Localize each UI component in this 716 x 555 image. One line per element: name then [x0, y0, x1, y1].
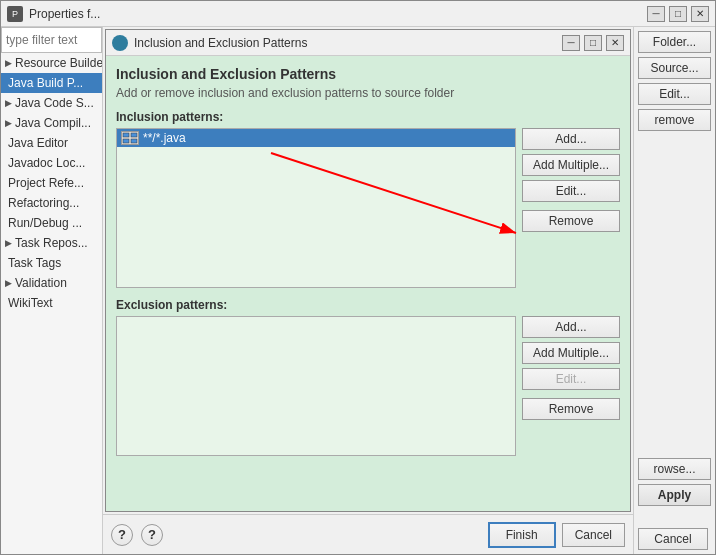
- outer-title-text: Properties f...: [29, 7, 647, 21]
- sidebar-item-label: WikiText: [8, 296, 53, 310]
- inner-close-btn[interactable]: ✕: [606, 35, 624, 51]
- inclusion-remove-btn[interactable]: Remove: [522, 210, 620, 232]
- sidebar-item-label: Task Tags: [8, 256, 61, 270]
- exclusion-remove-btn[interactable]: Remove: [522, 398, 620, 420]
- sidebar-item-java-build[interactable]: Java Build P...: [1, 73, 102, 93]
- inclusion-section: **/*.java Add... Add Multiple... Edit...…: [116, 128, 620, 288]
- sidebar-item-java-compiler[interactable]: ▶ Java Compil...: [1, 113, 102, 133]
- exclusion-pattern-buttons: Add... Add Multiple... Edit... Remove: [522, 316, 620, 456]
- sidebar-item-run-debug[interactable]: Run/Debug ...: [1, 213, 102, 233]
- inclusion-edit-btn[interactable]: Edit...: [522, 180, 620, 202]
- outer-titlebar: P Properties f... ─ □ ✕: [1, 1, 715, 27]
- svg-rect-1: [123, 139, 129, 143]
- sidebar-item-label: Java Build P...: [8, 76, 83, 90]
- expand-arrow: ▶: [5, 278, 12, 288]
- sidebar-item-label: Run/Debug ...: [8, 216, 82, 230]
- pattern-value: **/*.java: [143, 131, 186, 145]
- sidebar: ▶ Resource Builders Java Build P... ▶ Ja…: [1, 27, 103, 554]
- sidebar-item-label: Resource Builders: [15, 56, 102, 70]
- exclusion-add-btn[interactable]: Add...: [522, 316, 620, 338]
- dialog-main: Inclusion and Exclusion Patterns Add or …: [106, 56, 630, 511]
- bottom-left: ? ?: [111, 524, 163, 546]
- exclusion-edit-btn[interactable]: Edit...: [522, 368, 620, 390]
- pattern-icon: [121, 131, 139, 145]
- sidebar-item-wikitext[interactable]: WikiText: [1, 293, 102, 313]
- inclusion-pattern-item[interactable]: **/*.java: [117, 129, 515, 147]
- sidebar-item-label: Project Refe...: [8, 176, 84, 190]
- sidebar-item-label: Java Editor: [8, 136, 68, 150]
- inclusion-pattern-buttons: Add... Add Multiple... Edit... Remove: [522, 128, 620, 288]
- sidebar-item-project-ref[interactable]: Project Refe...: [1, 173, 102, 193]
- svg-rect-3: [131, 139, 137, 143]
- inclusion-add-multiple-btn[interactable]: Add Multiple...: [522, 154, 620, 176]
- sidebar-item-label: Task Repos...: [15, 236, 88, 250]
- sidebar-item-refactoring[interactable]: Refactoring...: [1, 193, 102, 213]
- finish-btn[interactable]: Finish: [488, 522, 556, 548]
- folder-btn[interactable]: Folder...: [638, 31, 711, 53]
- outer-title-icon: P: [7, 6, 23, 22]
- exclusion-add-multiple-btn[interactable]: Add Multiple...: [522, 342, 620, 364]
- expand-arrow: ▶: [5, 58, 12, 68]
- help-btn-2[interactable]: ?: [141, 524, 163, 546]
- inner-body: Inclusion and Exclusion Patterns Add or …: [106, 56, 630, 511]
- exclusion-section-label: Exclusion patterns:: [116, 298, 620, 312]
- inner-title-icon: [112, 35, 128, 51]
- dialog-title: Inclusion and Exclusion Patterns: [116, 66, 620, 82]
- bottom-bar: ? ? Finish Cancel: [103, 514, 633, 554]
- expand-arrow: ▶: [5, 98, 12, 108]
- sidebar-list: ▶ Resource Builders Java Build P... ▶ Ja…: [1, 53, 102, 554]
- expand-arrow: ▶: [5, 118, 12, 128]
- filter-input[interactable]: [1, 27, 102, 53]
- sidebar-item-task-repos[interactable]: ▶ Task Repos...: [1, 233, 102, 253]
- bottom-right: Finish Cancel: [488, 522, 625, 548]
- outer-right-panel: Folder... Source... Edit... remove rowse…: [633, 27, 715, 554]
- center-area: Inclusion and Exclusion Patterns ─ □ ✕ I…: [103, 27, 633, 554]
- cancel-btn[interactable]: Cancel: [562, 523, 625, 547]
- inner-win-controls: ─ □ ✕: [562, 35, 624, 51]
- inclusion-pattern-list[interactable]: **/*.java: [116, 128, 516, 288]
- sidebar-item-resource-builders[interactable]: ▶ Resource Builders: [1, 53, 102, 73]
- source-btn[interactable]: Source...: [638, 57, 711, 79]
- expand-arrow: ▶: [5, 238, 12, 248]
- inclusion-add-btn[interactable]: Add...: [522, 128, 620, 150]
- sidebar-item-label: Java Code S...: [15, 96, 94, 110]
- help-btn-1[interactable]: ?: [111, 524, 133, 546]
- sidebar-item-validation[interactable]: ▶ Validation: [1, 273, 102, 293]
- sidebar-item-label: Javadoc Loc...: [8, 156, 85, 170]
- exclusion-pattern-list[interactable]: [116, 316, 516, 456]
- sidebar-item-task-tags[interactable]: Task Tags: [1, 253, 102, 273]
- outer-edit-btn[interactable]: Edit...: [638, 83, 711, 105]
- outer-remove-btn[interactable]: remove: [638, 109, 711, 131]
- sidebar-item-label: Validation: [15, 276, 67, 290]
- inclusion-section-label: Inclusion patterns:: [116, 110, 620, 124]
- outer-close-btn[interactable]: ✕: [691, 6, 709, 22]
- inner-maximize-btn[interactable]: □: [584, 35, 602, 51]
- apply-btn[interactable]: Apply: [638, 484, 711, 506]
- sidebar-item-label: Refactoring...: [8, 196, 79, 210]
- svg-rect-0: [123, 133, 129, 137]
- sidebar-item-java-editor[interactable]: Java Editor: [1, 133, 102, 153]
- outer-window: P Properties f... ─ □ ✕ ▶ Resource Build…: [0, 0, 716, 555]
- sidebar-item-label: Java Compil...: [15, 116, 91, 130]
- exclusion-section: Add... Add Multiple... Edit... Remove: [116, 316, 620, 456]
- outer-win-controls: ─ □ ✕: [647, 6, 709, 22]
- outer-maximize-btn[interactable]: □: [669, 6, 687, 22]
- outer-minimize-btn[interactable]: ─: [647, 6, 665, 22]
- inner-minimize-btn[interactable]: ─: [562, 35, 580, 51]
- inner-titlebar: Inclusion and Exclusion Patterns ─ □ ✕: [106, 30, 630, 56]
- layout-wrapper: Inclusion and Exclusion Patterns ─ □ ✕ I…: [103, 27, 715, 554]
- dialog-subtitle: Add or remove inclusion and exclusion pa…: [116, 86, 620, 100]
- outer-cancel-btn[interactable]: Cancel: [638, 528, 708, 550]
- sidebar-item-javadoc[interactable]: Javadoc Loc...: [1, 153, 102, 173]
- inner-dialog: Inclusion and Exclusion Patterns ─ □ ✕ I…: [105, 29, 631, 512]
- inner-title-text: Inclusion and Exclusion Patterns: [134, 36, 562, 50]
- browse-btn[interactable]: rowse...: [638, 458, 711, 480]
- sidebar-item-java-code[interactable]: ▶ Java Code S...: [1, 93, 102, 113]
- svg-rect-2: [131, 133, 137, 137]
- main-content: ▶ Resource Builders Java Build P... ▶ Ja…: [1, 27, 715, 554]
